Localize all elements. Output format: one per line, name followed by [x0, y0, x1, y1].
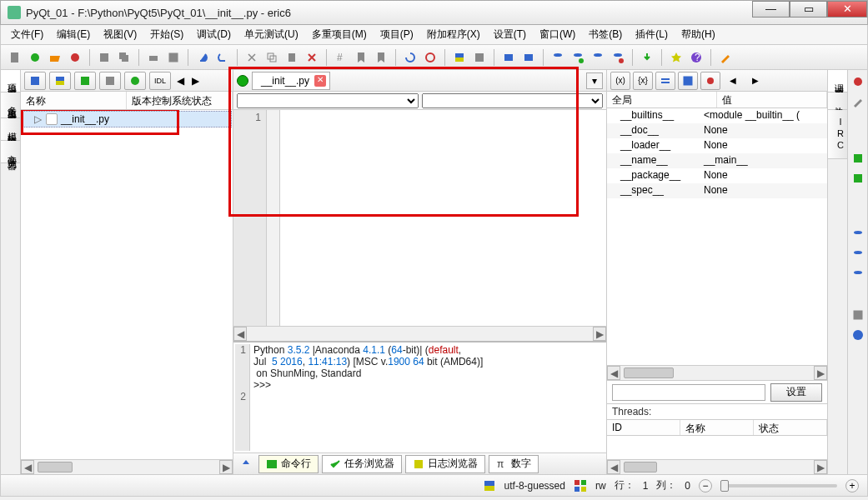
saveall-icon[interactable]	[115, 48, 133, 67]
menu-bookmarks[interactable]: 书签(B)	[584, 26, 627, 43]
scroll-left-icon[interactable]: ◀	[607, 366, 620, 380]
menu-project[interactable]: 项目(P)	[375, 26, 419, 43]
undo-icon[interactable]	[193, 48, 212, 67]
projopen-icon[interactable]	[499, 48, 518, 67]
thread-col-name[interactable]: 名称	[680, 420, 754, 435]
sidetab-irc[interactable]: IRC	[828, 110, 847, 159]
scroll-left-icon[interactable]: ◀	[607, 460, 620, 474]
bookmark2-icon[interactable]	[372, 48, 390, 67]
cut-icon[interactable]	[243, 48, 261, 67]
sidetab-multiproject-browser[interactable]: 多重项目浏览器	[1, 92, 20, 118]
zoom-out-button[interactable]: −	[699, 479, 712, 492]
bottom-tab-shell[interactable]: 命令行	[258, 455, 319, 473]
db3-icon[interactable]	[589, 48, 607, 67]
menu-multiproject[interactable]: 多重项目(M)	[307, 26, 372, 43]
zoom-slider[interactable]	[720, 484, 837, 488]
dbgtab-locals-icon[interactable]: {x}	[633, 72, 653, 90]
project-scrollbar[interactable]: ◀ ▶	[21, 459, 233, 474]
rtool-qt-icon[interactable]	[850, 150, 866, 167]
db1-icon[interactable]	[549, 48, 567, 67]
paste-icon[interactable]	[283, 48, 301, 67]
menu-edit[interactable]: 编辑(E)	[52, 26, 95, 43]
menu-debug[interactable]: 调试(D)	[192, 26, 236, 43]
threads-table[interactable]	[607, 436, 827, 459]
menu-plugins[interactable]: 插件(L)	[630, 26, 673, 43]
zoom-in-button[interactable]: +	[845, 479, 859, 492]
bottom-expand-icon[interactable]	[237, 455, 255, 473]
sidetab-project-browser[interactable]: 项目浏览器	[1, 70, 20, 92]
project-col-vcs[interactable]: 版本控制系统状态	[127, 92, 233, 109]
menu-settings[interactable]: 设置(T)	[489, 26, 531, 43]
variables-table[interactable]: __builtins__<module __builtin__ ( __doc_…	[607, 108, 827, 365]
menu-unittest[interactable]: 单元测试(U)	[239, 26, 304, 43]
editor-tab-close-icon[interactable]: ✕	[314, 75, 326, 87]
thread-col-id[interactable]: ID	[607, 420, 680, 435]
bookmark-icon[interactable]	[352, 48, 370, 67]
stop-icon[interactable]	[421, 48, 439, 67]
scroll-left-icon[interactable]: ◀	[233, 327, 247, 341]
scroll-right-icon[interactable]: ▶	[814, 460, 827, 474]
refresh-icon[interactable]	[401, 48, 419, 67]
dbgtab-globals-icon[interactable]: (x)	[610, 72, 630, 90]
menu-view[interactable]: 视图(V)	[98, 26, 142, 43]
db2-icon[interactable]	[569, 48, 587, 67]
menu-file[interactable]: 文件(F)	[6, 26, 48, 43]
scroll-right-icon[interactable]: ▶	[814, 366, 827, 380]
close-button[interactable]: ✕	[827, 1, 867, 18]
copy-icon[interactable]	[263, 48, 281, 67]
debug-filter-input[interactable]	[612, 384, 765, 401]
projclose-icon[interactable]	[519, 48, 538, 67]
projtab-left-arrow-icon[interactable]: ◀	[174, 75, 186, 87]
debug-settings-button[interactable]: 设置	[770, 383, 822, 402]
new-plus-icon[interactable]	[26, 48, 44, 67]
download-icon[interactable]	[638, 48, 656, 67]
editor-tablist-button[interactable]: ▾	[586, 72, 603, 89]
minimize-button[interactable]: —	[752, 1, 790, 18]
sidetab-file-browser[interactable]: 文件浏览器	[1, 141, 20, 163]
rtool-db2-icon[interactable]	[850, 247, 866, 263]
rtool-bug-icon[interactable]	[850, 73, 866, 90]
delete-icon[interactable]	[303, 48, 321, 67]
projtab-others-icon[interactable]: IDL	[149, 72, 171, 90]
dbgtab-left-arrow-icon[interactable]: ◀	[723, 72, 743, 90]
editor-member-combo[interactable]	[422, 93, 604, 108]
dbgtab-calltrace-icon[interactable]	[678, 72, 698, 90]
rtool-db3-icon[interactable]	[850, 267, 866, 283]
scroll-left-icon[interactable]: ◀	[21, 460, 34, 474]
tree-item-init[interactable]: ▷ __init__.py	[22, 111, 232, 128]
menu-start[interactable]: 开始(S)	[145, 26, 188, 43]
python-icon[interactable]	[450, 48, 469, 67]
redo-icon[interactable]	[213, 48, 232, 67]
dbgtab-right-arrow-icon[interactable]: ▶	[745, 72, 765, 90]
maximize-button[interactable]: ▭	[790, 1, 827, 18]
code-area[interactable]	[280, 110, 606, 326]
sidetab-debug-viewer[interactable]: 调试浏览器	[828, 70, 847, 92]
tree-expander-icon[interactable]: ▷	[33, 113, 43, 125]
scroll-right-icon[interactable]: ▶	[219, 460, 233, 474]
shell-console[interactable]: 1 2 Python 3.5.2 |Anaconda 4.1.1 (64-bit…	[233, 342, 606, 452]
var-col-global[interactable]: 全局	[607, 92, 717, 108]
close-icon[interactable]	[66, 48, 84, 67]
editor-scope-combo[interactable]	[237, 93, 419, 108]
var-col-value[interactable]: 值	[717, 92, 827, 108]
project-col-name[interactable]: 名称	[21, 92, 127, 109]
bottom-tab-log[interactable]: 日志浏览器	[405, 455, 485, 473]
menu-extras[interactable]: 附加程序(X)	[422, 26, 485, 43]
rtool-db-icon[interactable]	[850, 227, 866, 243]
rtool-edit-icon[interactable]	[850, 93, 866, 110]
printpreview-icon[interactable]	[164, 48, 183, 67]
thread-col-state[interactable]: 状态	[754, 420, 827, 435]
projtab-forms-icon[interactable]	[74, 72, 96, 90]
star-icon[interactable]	[667, 48, 685, 67]
comment-icon[interactable]: #	[332, 48, 350, 67]
help-icon[interactable]: ?	[687, 48, 705, 67]
print-icon[interactable]	[144, 48, 163, 67]
menu-help[interactable]: 帮助(H)	[676, 26, 720, 43]
new-file-icon[interactable]	[6, 48, 24, 67]
dbgtab-callstack-icon[interactable]	[655, 72, 675, 90]
bottom-tab-tasks[interactable]: 任务浏览器	[322, 455, 402, 473]
db4-icon[interactable]	[609, 48, 627, 67]
projtab-python-icon[interactable]	[49, 72, 71, 90]
project-tree[interactable]: ▷ __init__.py	[21, 110, 233, 459]
edit-icon[interactable]	[716, 48, 735, 67]
